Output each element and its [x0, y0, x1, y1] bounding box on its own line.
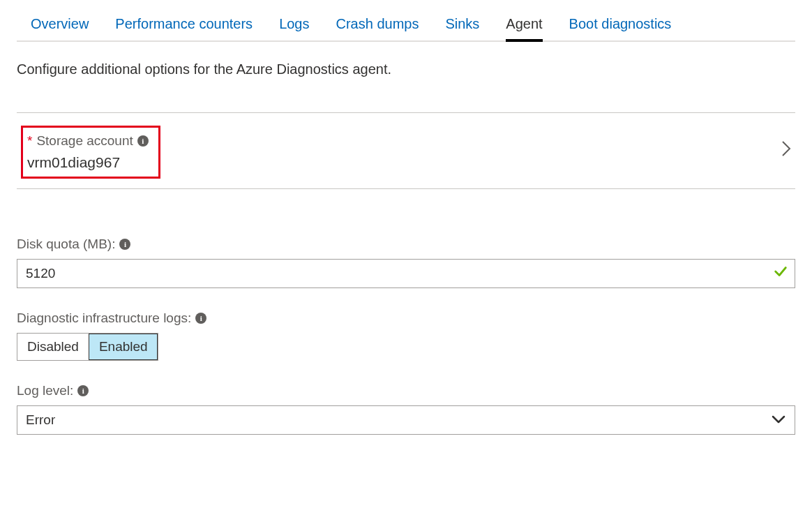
storage-account-highlight: * Storage account i vrm01diag967	[21, 126, 160, 179]
tab-agent[interactable]: Agent	[506, 15, 542, 42]
disk-quota-group: Disk quota (MB): i	[17, 237, 795, 288]
infra-logs-toggle: Disabled Enabled	[17, 333, 158, 361]
log-level-label: Log level:	[17, 383, 73, 398]
tab-logs[interactable]: Logs	[279, 15, 309, 42]
storage-account-row[interactable]: * Storage account i vrm01diag967	[17, 113, 795, 188]
infra-logs-group: Diagnostic infrastructure logs: i Disabl…	[17, 311, 795, 361]
disk-quota-label: Disk quota (MB):	[17, 237, 115, 252]
info-icon[interactable]: i	[119, 239, 130, 250]
chevron-right-icon	[781, 140, 795, 161]
tab-boot-diagnostics[interactable]: Boot diagnostics	[569, 15, 672, 42]
info-icon[interactable]: i	[195, 313, 206, 324]
infra-logs-disabled-button[interactable]: Disabled	[17, 334, 89, 360]
intro-text: Configure additional options for the Azu…	[17, 61, 795, 77]
valid-check-icon	[773, 264, 788, 283]
required-star: *	[27, 133, 32, 149]
info-icon[interactable]: i	[137, 135, 149, 147]
tab-crash-dumps[interactable]: Crash dumps	[336, 15, 419, 42]
disk-quota-input[interactable]	[17, 259, 795, 288]
tabs-bar: Overview Performance counters Logs Crash…	[17, 14, 795, 42]
tab-overview[interactable]: Overview	[31, 15, 89, 42]
storage-account-value: vrm01diag967	[27, 154, 149, 171]
log-level-group: Log level: i Error	[17, 383, 795, 435]
infra-logs-label: Diagnostic infrastructure logs:	[17, 311, 191, 326]
tab-performance-counters[interactable]: Performance counters	[115, 15, 253, 42]
log-level-select[interactable]: Error	[17, 405, 795, 435]
infra-logs-enabled-button[interactable]: Enabled	[89, 334, 158, 360]
tab-sinks[interactable]: Sinks	[445, 15, 479, 42]
info-icon[interactable]: i	[77, 385, 89, 396]
divider	[17, 188, 795, 189]
storage-account-label: Storage account	[36, 133, 133, 149]
